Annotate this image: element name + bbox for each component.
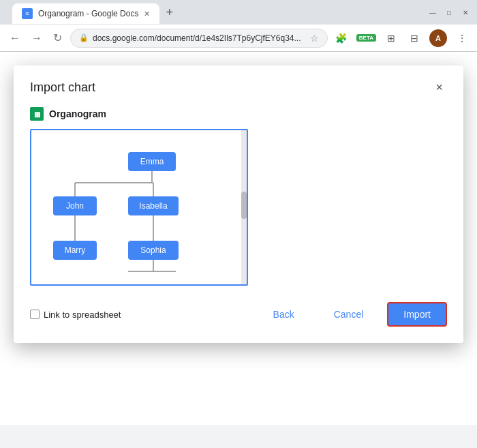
new-tab-button[interactable]: + bbox=[159, 1, 181, 24]
back-button[interactable]: Back bbox=[258, 303, 310, 326]
org-chart: EmmaJohnIsabellaMarrySophia bbox=[40, 138, 238, 276]
extensions-icon[interactable]: 🧩 bbox=[333, 30, 350, 46]
sheets-icon: ▦ bbox=[30, 107, 44, 121]
title-bar: ≡ Organogram - Google Docs × + — □ ✕ bbox=[0, 0, 477, 25]
active-tab[interactable]: ≡ Organogram - Google Docs × bbox=[12, 3, 159, 24]
more-options-icon[interactable]: ⋮ bbox=[454, 30, 470, 46]
avatar[interactable]: A bbox=[429, 29, 447, 47]
chart-source-label: Organogram bbox=[49, 108, 106, 119]
url-text: docs.google.com/document/d/1e4s2Ils7Tp6y… bbox=[93, 33, 306, 43]
menu-icon[interactable]: ⊟ bbox=[406, 30, 422, 46]
back-button[interactable]: ← bbox=[7, 31, 23, 46]
window-controls: — □ ✕ bbox=[428, 8, 470, 17]
org-node-isabella: Isabella bbox=[128, 196, 179, 215]
link-to-spreadsheet-option: Link to spreadsheet bbox=[30, 310, 121, 320]
bookmark-icon[interactable]: ☆ bbox=[310, 33, 319, 44]
org-node-sophia: Sophia bbox=[128, 241, 179, 260]
org-node-emma: Emma bbox=[128, 152, 176, 171]
import-chart-modal: Import chart × ▦ Organogram bbox=[14, 65, 463, 343]
url-bar[interactable]: 🔒 docs.google.com/document/d/1e4s2Ils7Tp… bbox=[70, 29, 328, 48]
address-bar: ← → ↻ 🔒 docs.google.com/document/d/1e4s2… bbox=[0, 25, 477, 52]
toolbar-icons: 🧩 BETA ⊞ ⊟ A ⋮ bbox=[333, 29, 470, 47]
modal-header: Import chart × bbox=[30, 79, 447, 96]
maximize-button[interactable]: □ bbox=[444, 8, 454, 17]
profile-menu-icon[interactable]: ⊞ bbox=[383, 30, 399, 46]
tab-close-button[interactable]: × bbox=[144, 8, 149, 19]
page-content: Import chart × ▦ Organogram bbox=[0, 52, 477, 425]
chart-preview[interactable]: EmmaJohnIsabellaMarrySophia bbox=[30, 129, 248, 286]
lock-icon: 🔒 bbox=[79, 33, 89, 42]
tab-title: Organogram - Google Docs bbox=[38, 9, 138, 18]
close-button[interactable]: ✕ bbox=[461, 8, 470, 17]
modal-footer: Link to spreadsheet Back Cancel Import bbox=[30, 302, 447, 327]
refresh-button[interactable]: ↻ bbox=[50, 30, 65, 46]
import-button[interactable]: Import bbox=[387, 302, 447, 327]
link-checkbox[interactable] bbox=[30, 310, 40, 319]
org-node-john: John bbox=[53, 196, 97, 215]
minimize-button[interactable]: — bbox=[428, 8, 437, 17]
docs-icon: ≡ bbox=[22, 8, 33, 19]
chart-source: ▦ Organogram bbox=[30, 107, 447, 121]
org-node-marry: Marry bbox=[53, 241, 97, 260]
scrollbar-thumb[interactable] bbox=[241, 192, 247, 219]
beta-badge: BETA bbox=[356, 34, 376, 42]
tab-bar: ≡ Organogram - Google Docs × + bbox=[7, 1, 428, 24]
cancel-button[interactable]: Cancel bbox=[318, 303, 380, 326]
forward-button[interactable]: → bbox=[29, 31, 45, 46]
link-label: Link to spreadsheet bbox=[44, 310, 121, 320]
modal-title: Import chart bbox=[30, 80, 95, 95]
modal-close-button[interactable]: × bbox=[431, 79, 447, 96]
scrollbar[interactable] bbox=[241, 130, 247, 284]
